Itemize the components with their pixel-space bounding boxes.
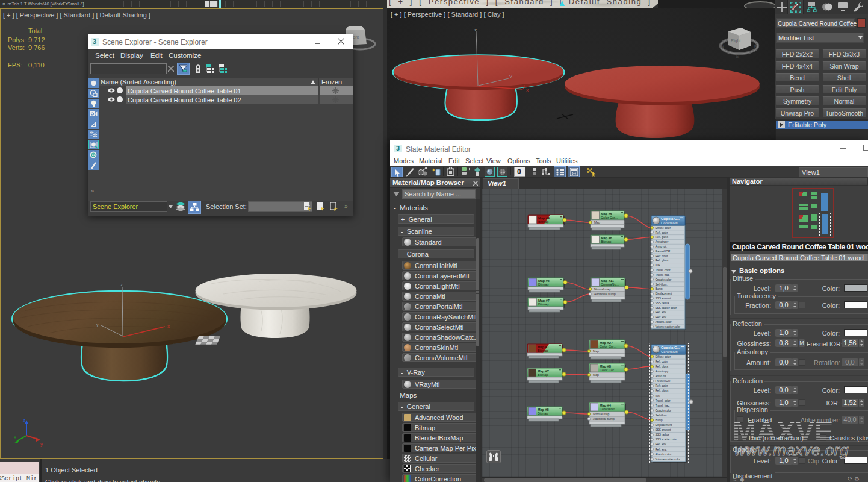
- svg-text:Map #5: Map #5: [538, 408, 549, 412]
- svg-text:z: z: [120, 282, 123, 287]
- svg-text:Map: Map: [593, 349, 599, 353]
- svg-text:Transl. color: Transl. color: [656, 269, 671, 272]
- svg-text:Refr. color: Refr. color: [656, 384, 668, 387]
- svg-text:Color Cor...: Color Cor...: [600, 345, 617, 348]
- svg-text:Anisotropy: Anisotropy: [656, 240, 669, 243]
- svg-text:Map #27: Map #27: [600, 341, 613, 345]
- svg-text:Transl. frac.: Transl. frac.: [656, 404, 670, 407]
- svg-text:W: W: [720, 45, 724, 49]
- svg-text:Map #4: Map #4: [538, 216, 550, 220]
- svg-text:Fresnel IOR: Fresnel IOR: [656, 380, 671, 383]
- svg-text:Transl. color: Transl. color: [656, 399, 671, 402]
- svg-text:Map #6: Map #6: [601, 212, 612, 216]
- svg-text:Refl. env.: Refl. env.: [656, 311, 667, 314]
- svg-text:z: z: [474, 27, 477, 33]
- svg-text:Bitmap: Bitmap: [538, 412, 548, 415]
- svg-text:z: z: [23, 418, 25, 423]
- svg-text:S: S: [736, 54, 739, 59]
- svg-text:x: x: [526, 87, 529, 93]
- svg-text:Self-illum.: Self-illum.: [656, 414, 668, 417]
- svg-text:CoronaMtl: CoronaMtl: [661, 350, 678, 354]
- svg-text:Refl. gloss: Refl. gloss: [656, 236, 669, 239]
- svg-text:Opacity color: Opacity color: [656, 409, 672, 412]
- svg-text:SSS amount: SSS amount: [656, 428, 672, 431]
- svg-text:Bitmap: Bitmap: [601, 240, 611, 243]
- svg-text:Volume scatter color: Volume scatter color: [656, 458, 681, 461]
- svg-text:Cupola C...: Cupola C...: [661, 217, 680, 221]
- svg-text:Right: Right: [731, 39, 740, 43]
- svg-text:✦: ✦: [432, 167, 436, 173]
- svg-text:Bitmap: Bitmap: [538, 302, 548, 306]
- svg-text:Refl. color: Refl. color: [656, 360, 668, 363]
- svg-text:Map #5: Map #5: [538, 279, 550, 283]
- svg-text:Y: Y: [509, 74, 513, 80]
- svg-text:x: x: [14, 434, 16, 440]
- svg-text:Bitmap: Bitmap: [538, 220, 548, 224]
- svg-text:Normal map: Normal map: [593, 412, 609, 416]
- svg-text:E: E: [754, 45, 757, 49]
- svg-text:SSS amount: SSS amount: [656, 297, 672, 300]
- svg-text:Displacement: Displacement: [656, 424, 673, 427]
- svg-text:Opacity color: Opacity color: [656, 278, 672, 281]
- svg-text:Refr. gloss: Refr. gloss: [656, 389, 669, 392]
- svg-text:Bitmap: Bitmap: [538, 283, 548, 286]
- svg-text:Refr. env.: Refr. env.: [656, 448, 667, 451]
- svg-text:Absorb. color: Absorb. color: [656, 453, 672, 456]
- svg-text:Cupola C...: Cupola C...: [661, 346, 680, 349]
- svg-text:Bitmap: Bitmap: [538, 349, 548, 352]
- svg-text:y: y: [40, 442, 43, 447]
- svg-text:x: x: [167, 324, 170, 329]
- svg-text:Refr. gloss: Refr. gloss: [656, 259, 669, 262]
- svg-text:Bump: Bump: [656, 419, 663, 422]
- svg-text:Diffuse color: Diffuse color: [656, 227, 671, 230]
- svg-text:Y: Y: [96, 322, 99, 328]
- svg-text:Color Cor...: Color Cor...: [600, 368, 617, 372]
- svg-text:Refr. env.: Refr. env.: [656, 316, 667, 319]
- svg-text:Map #1: Map #1: [538, 345, 549, 349]
- svg-text:SSS scatter color: SSS scatter color: [656, 438, 677, 441]
- svg-text:Aniso rot.: Aniso rot.: [656, 245, 667, 248]
- svg-text:Diffuse color: Diffuse color: [656, 355, 671, 358]
- svg-text:Anisotropy: Anisotropy: [656, 370, 669, 373]
- svg-text:Additional bump: Additional bump: [593, 417, 615, 421]
- svg-text:Refl. color: Refl. color: [656, 231, 668, 234]
- svg-text:Transl. frac.: Transl. frac.: [656, 274, 670, 277]
- svg-text:Absorb. color: Absorb. color: [656, 321, 672, 324]
- svg-text:SSS radius: SSS radius: [656, 433, 670, 436]
- svg-text:Map: Map: [593, 373, 599, 377]
- svg-text:CoronaNo...: CoronaNo...: [601, 283, 619, 286]
- svg-text:Map #8: Map #8: [600, 365, 611, 368]
- svg-text:SSS scatter color: SSS scatter color: [656, 307, 677, 310]
- svg-text:Normal map: Normal map: [594, 287, 610, 291]
- svg-text:Map #7: Map #7: [538, 369, 549, 373]
- svg-text:Additional bump: Additional bump: [594, 292, 616, 296]
- svg-text:Self-illum.: Self-illum.: [656, 283, 668, 286]
- svg-text:Map #4: Map #4: [600, 404, 612, 407]
- svg-text:CoronaMtl: CoronaMtl: [661, 221, 678, 225]
- svg-text:Refl. env.: Refl. env.: [656, 443, 667, 446]
- svg-text:Color Cor...: Color Cor...: [601, 216, 618, 219]
- svg-text:IOR: IOR: [656, 264, 661, 267]
- svg-text:Bump: Bump: [656, 287, 663, 290]
- svg-text:Aniso rot.: Aniso rot.: [656, 375, 667, 378]
- svg-text:Volume scatter color: Volume scatter color: [656, 325, 681, 328]
- svg-text:Map #6: Map #6: [601, 236, 612, 240]
- svg-text:IOR: IOR: [656, 395, 661, 398]
- svg-text:Refl. gloss: Refl. gloss: [656, 365, 669, 368]
- svg-text:Fresnel IOR: Fresnel IOR: [656, 250, 671, 253]
- svg-text:Bitmap: Bitmap: [538, 373, 548, 377]
- svg-text:CoronaNo...: CoronaNo...: [600, 407, 618, 411]
- svg-text:Refr. color: Refr. color: [656, 255, 668, 258]
- svg-text:Map #11: Map #11: [601, 279, 614, 283]
- svg-text:Displacement: Displacement: [656, 292, 673, 295]
- svg-text:SSS radius: SSS radius: [656, 302, 670, 305]
- svg-text:Map: Map: [594, 221, 600, 224]
- svg-text:Map #7: Map #7: [538, 299, 550, 302]
